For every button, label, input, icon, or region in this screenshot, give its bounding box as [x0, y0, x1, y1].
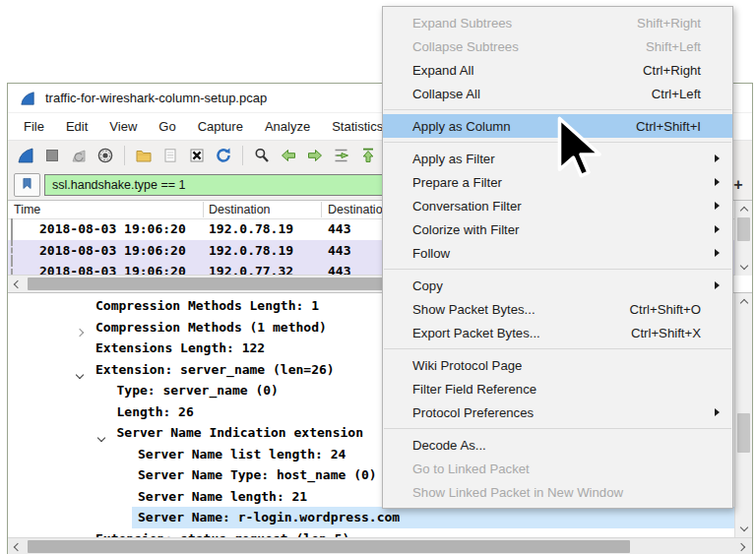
- menu-item-colorize-with-filter[interactable]: Colorize with Filter: [383, 217, 732, 241]
- scroll-down-icon[interactable]: [735, 521, 752, 537]
- stop-capture-icon[interactable]: [42, 146, 62, 165]
- capture-options-icon[interactable]: [95, 146, 115, 165]
- menu-item-label: Show Packet Bytes...: [412, 302, 536, 317]
- detail-tree-row[interactable]: Extension: status_request (len=5): [8, 528, 734, 538]
- submenu-arrow-icon: [715, 202, 720, 210]
- scroll-up-icon[interactable]: [735, 293, 752, 310]
- filter-bookmark-button[interactable]: [14, 173, 40, 197]
- menubar-item-capture[interactable]: Capture: [187, 113, 254, 140]
- menu-separator: [384, 428, 731, 429]
- expander-collapsed-icon[interactable]: [77, 324, 83, 339]
- scroll-right-icon[interactable]: [734, 538, 751, 554]
- close-file-icon[interactable]: [187, 146, 207, 165]
- menu-separator: [384, 109, 731, 110]
- cell-destination-port: 443: [328, 218, 350, 240]
- menubar-item-edit[interactable]: Edit: [55, 113, 98, 140]
- menu-item-show-linked-packet-in-new-window[interactable]: Show Linked Packet in New Window: [383, 480, 732, 504]
- menu-item-conversation-filter[interactable]: Conversation Filter: [383, 194, 732, 217]
- menu-item-label: Prepare a Filter: [412, 175, 502, 190]
- go-to-packet-icon[interactable]: [332, 146, 351, 165]
- wireshark-logo-icon: [18, 89, 37, 108]
- go-first-packet-icon[interactable]: [358, 146, 378, 165]
- submenu-arrow-icon: [715, 178, 720, 186]
- scroll-down-icon[interactable]: [735, 259, 752, 276]
- menu-item-shortcut: Ctrl+Shift+I: [636, 119, 723, 134]
- menu-item-collapse-all[interactable]: Collapse AllCtrl+Left: [383, 82, 732, 105]
- menu-item-label: Expand All: [412, 63, 473, 78]
- scroll-left-icon[interactable]: [8, 538, 25, 554]
- scroll-left-icon[interactable]: [8, 276, 25, 292]
- screen: { "colors": { "menu_highlight": "#a4cdf1…: [0, 0, 756, 554]
- detail-row-text: Compression Methods Length: 1: [95, 295, 319, 317]
- menu-item-filter-field-reference[interactable]: Filter Field Reference: [383, 377, 732, 400]
- detail-tree-row[interactable]: Server Name: r-login.wordpress.com: [8, 507, 734, 528]
- cell-destination-port: 443: [328, 240, 350, 262]
- restart-capture-icon[interactable]: [69, 146, 89, 165]
- scrollbar-thumb[interactable]: [737, 217, 750, 241]
- go-back-icon[interactable]: [279, 146, 298, 165]
- detail-row-text: Server Name list length: 24: [138, 444, 346, 465]
- menu-item-go-to-linked-packet[interactable]: Go to Linked Packet: [383, 457, 732, 480]
- menu-item-shortcut: Ctrl+Left: [652, 87, 723, 101]
- menu-item-label: Colorize with Filter: [412, 222, 519, 237]
- menu-item-expand-all[interactable]: Expand AllCtrl+Right: [383, 58, 732, 82]
- detail-row-text: Compression Methods (1 method): [95, 317, 327, 339]
- find-packet-icon[interactable]: [252, 146, 272, 165]
- expander-expanded-icon[interactable]: [98, 429, 104, 444]
- menu-item-wiki-protocol-page[interactable]: Wiki Protocol Page: [383, 353, 732, 377]
- menubar-item-file[interactable]: File: [13, 113, 55, 140]
- reload-file-icon[interactable]: [214, 146, 233, 165]
- packet-list-vertical-scrollbar[interactable]: [734, 201, 752, 276]
- menu-item-label: Follow: [412, 246, 450, 261]
- menu-item-collapse-subtrees[interactable]: Collapse SubtreesShift+Left: [383, 34, 732, 58]
- menu-item-copy[interactable]: Copy: [383, 274, 732, 297]
- menubar-item-view[interactable]: View: [98, 113, 148, 140]
- menu-item-label: Expand Subtrees: [412, 16, 512, 31]
- submenu-arrow-icon: [715, 281, 720, 289]
- menubar-item-analyze[interactable]: Analyze: [254, 113, 321, 140]
- expander-expanded-icon[interactable]: [77, 366, 83, 381]
- detail-row-text: Extensions Length: 122: [95, 338, 265, 359]
- menu-item-show-packet-bytes[interactable]: Show Packet Bytes...Ctrl+Shift+O: [383, 297, 732, 321]
- go-forward-icon[interactable]: [305, 146, 325, 165]
- column-header-time[interactable]: Time: [14, 201, 40, 218]
- bookmark-icon: [21, 176, 33, 195]
- menu-item-shortcut: Shift+Left: [646, 39, 723, 54]
- menubar-item-go[interactable]: Go: [148, 113, 186, 140]
- menu-item-apply-as-column[interactable]: Apply as ColumnCtrl+Shift+I: [383, 114, 732, 138]
- open-file-icon[interactable]: [134, 146, 154, 165]
- scrollbar-thumb[interactable]: [28, 540, 630, 553]
- window-title: traffic-for-wireshark-column-setup.pcap: [45, 91, 267, 105]
- menu-item-protocol-preferences[interactable]: Protocol Preferences: [383, 400, 732, 424]
- menu-item-label: Decode As...: [412, 438, 486, 453]
- submenu-arrow-icon: [715, 225, 720, 233]
- menu-item-label: Copy: [412, 278, 443, 293]
- menu-item-label: Collapse All: [412, 87, 480, 101]
- column-header-destination[interactable]: Destination: [209, 201, 271, 218]
- menu-item-apply-as-filter[interactable]: Apply as Filter: [383, 147, 732, 170]
- submenu-arrow-icon: [715, 408, 720, 416]
- column-divider[interactable]: [321, 202, 322, 217]
- menu-item-prepare-a-filter[interactable]: Prepare a Filter: [383, 170, 732, 194]
- menu-item-label: Collapse Subtrees: [412, 39, 519, 54]
- menu-item-label: Wiki Protocol Page: [412, 358, 522, 373]
- column-divider[interactable]: [203, 202, 204, 217]
- related-packet-marker: [11, 240, 13, 262]
- menu-item-expand-subtrees[interactable]: Expand SubtreesShift+Right: [383, 11, 732, 34]
- cell-destination-port: 443: [328, 261, 350, 276]
- detail-row-text: Length: 26: [117, 401, 194, 423]
- wireshark-fin-start-icon[interactable]: [16, 146, 35, 165]
- menu-item-decode-as[interactable]: Decode As...: [383, 433, 732, 457]
- details-vertical-scrollbar[interactable]: [734, 293, 752, 537]
- menu-item-export-packet-bytes[interactable]: Export Packet Bytes...Ctrl+Shift+X: [383, 321, 732, 344]
- cell-destination: 192.0.77.32: [209, 261, 293, 276]
- scrollbar-thumb[interactable]: [737, 413, 750, 453]
- menu-item-label: Export Packet Bytes...: [412, 326, 540, 340]
- details-horizontal-scrollbar[interactable]: [8, 537, 752, 554]
- save-file-icon[interactable]: [160, 146, 180, 165]
- menu-item-label: Protocol Preferences: [412, 405, 534, 420]
- menu-item-shortcut: Ctrl+Shift+O: [629, 302, 723, 317]
- scroll-up-icon[interactable]: [735, 201, 752, 217]
- menu-item-follow[interactable]: Follow: [383, 241, 732, 265]
- cell-time: 2018-08-03 19:06:20: [39, 261, 186, 276]
